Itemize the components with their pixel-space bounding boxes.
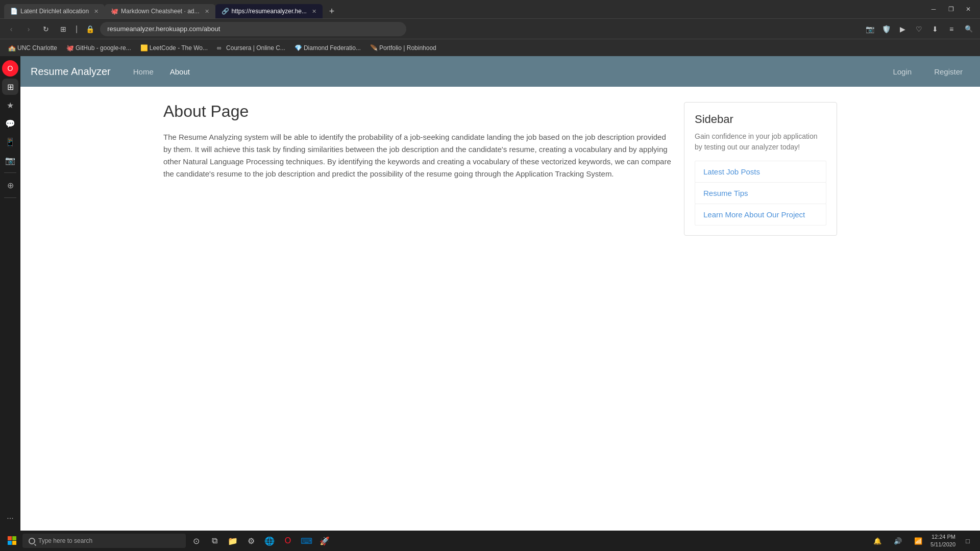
reload-button[interactable]: ↻ [39, 22, 53, 36]
messenger-icon[interactable]: 💬 [2, 115, 18, 132]
bookmarks-sidebar-icon[interactable]: ★ [2, 97, 18, 113]
opera-logo-icon[interactable]: O [2, 60, 18, 77]
bookmark-coursera[interactable]: ∞ Coursera | Online C... [213, 42, 289, 54]
page-wrapper: Resume Analyzer Home About Login Registe… [20, 56, 980, 531]
navbar-right: Login Register [886, 63, 970, 80]
tab-3-title: https://resumeanalyzer.he... [232, 8, 307, 15]
bookmark-github-label: GitHub - google-re... [76, 44, 131, 52]
nav-home[interactable]: Home [126, 63, 161, 80]
taskbar-vscode-icon[interactable]: ⌨ [298, 533, 314, 549]
tab-grid-button[interactable]: ⊞ [56, 22, 70, 36]
extensions-icon[interactable]: ⊕ [2, 177, 18, 193]
unc-charlotte-favicon: 🏫 [8, 44, 15, 52]
taskbar-chrome-icon[interactable]: 🌐 [261, 533, 278, 549]
opera-sidebar: O ⊞ ★ 💬 📱 📷 ⊕ ··· [0, 56, 20, 531]
heart-icon[interactable]: ♡ [912, 22, 926, 36]
nav-register[interactable]: Register [927, 63, 970, 80]
start-button[interactable] [4, 533, 20, 549]
bookmark-unc-charlotte-label: UNC Charlotte [17, 44, 57, 52]
svg-rect-3 [12, 541, 16, 545]
lock-icon: 🔒 [83, 22, 97, 36]
page-description: The Resume Analyzing system will be able… [163, 131, 672, 180]
tab-1[interactable]: 📄 Latent Dirichlet allocation ✕ [4, 4, 105, 18]
instagram-icon[interactable]: 📷 [2, 152, 18, 168]
tab-3-favicon: 🔗 [222, 8, 229, 15]
svg-rect-1 [12, 536, 16, 540]
maximize-button[interactable]: ❐ [943, 4, 959, 14]
sidebar-links: Latest Job Posts Resume Tips Learn More … [695, 161, 826, 225]
sidebar-card-desc: Gain confidence in your job application … [695, 131, 826, 153]
speed-dial-icon[interactable]: ⊞ [2, 79, 18, 95]
taskbar-wifi-icon[interactable]: 📶 [910, 533, 926, 549]
bookmark-portfolio[interactable]: 🪶 Portfolio | Robinhood [366, 42, 440, 54]
leetcode-favicon: 🟨 [140, 44, 148, 52]
github-favicon: 🐙 [66, 44, 74, 52]
title-bar: 📄 Latent Dirichlet allocation ✕ 🐙 Markdo… [0, 0, 980, 18]
taskbar-notification-icon[interactable]: 🔔 [869, 533, 886, 549]
forward-button[interactable]: › [21, 22, 36, 36]
taskbar-time-display: 12:24 PM 5/11/2020 [930, 533, 955, 549]
new-tab-button[interactable]: + [325, 4, 339, 18]
whatsapp-icon[interactable]: 📱 [2, 134, 18, 150]
tab-2-title: Markdown Cheatsheet · ad... [121, 8, 199, 15]
taskbar-opera-icon[interactable]: O [280, 533, 296, 549]
main-content: About Page The Resume Analyzing system w… [143, 87, 857, 251]
sidebar-link-resume-tips[interactable]: Resume Tips [695, 182, 826, 204]
taskbar-right: 🔔 🔊 📶 12:24 PM 5/11/2020 □ [869, 533, 976, 549]
download-icon[interactable]: ⬇ [928, 22, 942, 36]
taskbar-action-center-icon[interactable]: □ [960, 533, 976, 549]
tab-2[interactable]: 🐙 Markdown Cheatsheet · ad... ✕ [105, 4, 215, 18]
tab-bar: 📄 Latent Dirichlet allocation ✕ 🐙 Markdo… [4, 0, 926, 18]
tab-3-close[interactable]: ✕ [312, 8, 316, 15]
sidebar-card: Sidebar Gain confidence in your job appl… [684, 102, 837, 236]
taskbar-cortana-icon[interactable]: ⊙ [188, 533, 204, 549]
taskbar-task-view-icon[interactable]: ⧉ [206, 533, 223, 549]
taskbar-app-2-icon[interactable]: 🚀 [316, 533, 333, 549]
nav-about[interactable]: About [163, 63, 197, 80]
svg-rect-0 [8, 536, 12, 540]
window-controls: ─ ❐ ✕ [926, 4, 976, 14]
bookmark-unc-charlotte[interactable]: 🏫 UNC Charlotte [4, 42, 61, 54]
coursera-favicon: ∞ [217, 44, 224, 52]
page-title: About Page [163, 102, 672, 121]
camera-icon[interactable]: 📷 [863, 22, 877, 36]
tab-1-title: Latent Dirichlet allocation [20, 8, 89, 15]
minimize-button[interactable]: ─ [926, 4, 941, 14]
bookmark-coursera-label: Coursera | Online C... [226, 44, 285, 52]
taskbar-app-1-icon[interactable]: ⚙ [243, 533, 259, 549]
tab-3[interactable]: 🔗 https://resumeanalyzer.he... ✕ [215, 4, 323, 18]
sidebar-link-latest-jobs[interactable]: Latest Job Posts [695, 161, 826, 183]
sidebar-more-icon[interactable]: ··· [2, 510, 18, 527]
taskbar-file-explorer-icon[interactable]: 📁 [225, 533, 241, 549]
sidebar-divider-1 [4, 172, 16, 173]
address-bar: ‹ › ↻ ⊞ | 🔒 📷 🛡️ ▶ ♡ ⬇ ≡ 🔍 [0, 18, 980, 39]
taskbar-search-box[interactable]: Type here to search [22, 534, 186, 548]
bookmark-github[interactable]: 🐙 GitHub - google-re... [62, 42, 135, 54]
address-icons: 📷 🛡️ ▶ ♡ ⬇ ≡ [863, 22, 959, 36]
nav-login[interactable]: Login [886, 63, 919, 80]
diamond-favicon: 💎 [295, 44, 302, 52]
content-area: About Page The Resume Analyzing system w… [163, 102, 672, 236]
menu-icon[interactable]: ≡ [944, 22, 959, 36]
search-button[interactable]: 🔍 [962, 22, 976, 36]
address-input[interactable] [100, 22, 406, 36]
bookmark-leetcode[interactable]: 🟨 LeetCode - The Wo... [136, 42, 212, 54]
tab-1-close[interactable]: ✕ [94, 8, 99, 15]
bookmark-portfolio-label: Portfolio | Robinhood [379, 44, 436, 52]
bookmark-leetcode-label: LeetCode - The Wo... [150, 44, 208, 52]
close-button[interactable]: ✕ [961, 4, 976, 14]
shield-icon[interactable]: 🛡️ [879, 22, 893, 36]
back-button[interactable]: ‹ [4, 22, 18, 36]
play-icon[interactable]: ▶ [895, 22, 910, 36]
navbar-brand[interactable]: Resume Analyzer [31, 66, 111, 78]
bookmark-diamond[interactable]: 💎 Diamond Federatio... [290, 42, 365, 54]
tab-2-favicon: 🐙 [111, 8, 118, 15]
sidebar-divider-2 [4, 197, 16, 198]
taskbar-volume-icon[interactable]: 🔊 [890, 533, 906, 549]
sidebar-link-learn-more[interactable]: Learn More About Our Project [695, 204, 826, 226]
sidebar-card-title: Sidebar [695, 113, 826, 126]
windows-logo-icon [8, 536, 17, 545]
tab-2-close[interactable]: ✕ [205, 8, 209, 15]
taskbar: Type here to search ⊙ ⧉ 📁 ⚙ 🌐 O ⌨ 🚀 🔔 🔊 … [0, 531, 980, 551]
address-divider: | [74, 24, 80, 34]
